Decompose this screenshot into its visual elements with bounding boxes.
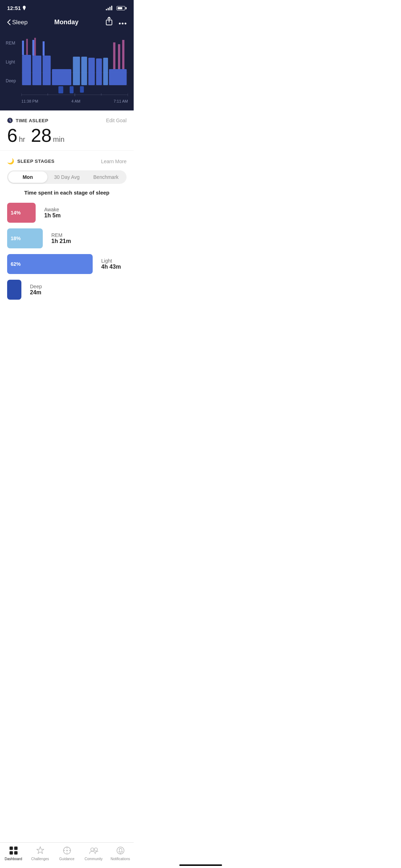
chart-time-labels: 11:38 PM 4 AM 7:11 AM: [21, 99, 128, 103]
svg-point-3: [122, 23, 124, 25]
rem-label: REM: [6, 41, 16, 46]
deep-time: 24m: [30, 289, 42, 296]
more-icon: [119, 22, 127, 25]
sleep-stages-label: SLEEP STAGES: [17, 159, 55, 164]
svg-rect-15: [80, 86, 84, 93]
light-time: 4h 43m: [101, 264, 121, 270]
status-bar: 12:51: [0, 0, 134, 14]
chart-start-time: 11:38 PM: [21, 99, 38, 103]
awake-info: Awake 1h 5m: [44, 207, 61, 219]
svg-rect-7: [22, 55, 31, 85]
learn-more-button[interactable]: Learn More: [101, 159, 127, 164]
time-asleep-section: TIME ASLEEP Edit Goal 6 hr 28 min: [0, 110, 134, 151]
sleep-chart-svg: [21, 33, 128, 98]
clock-icon: [7, 118, 13, 123]
moon-icon: 🌙: [7, 158, 15, 165]
minutes-value: 28: [31, 126, 52, 145]
stages-subtitle: Time spent in each stage of sleep: [7, 190, 127, 196]
svg-rect-13: [73, 57, 80, 85]
tab-30day[interactable]: 30 Day Avg: [47, 171, 87, 183]
rem-time: 1h 21m: [51, 238, 71, 244]
svg-rect-19: [109, 69, 127, 85]
status-indicators: [106, 6, 127, 10]
time-asleep-label: TIME ASLEEP: [16, 118, 48, 123]
rem-bar: 18%: [7, 228, 43, 248]
svg-rect-17: [96, 58, 102, 85]
share-button[interactable]: [105, 17, 113, 28]
light-percentage: 62%: [11, 261, 21, 267]
back-label: Sleep: [12, 19, 27, 26]
rem-stage-row: 18% REM 1h 21m: [7, 228, 127, 248]
back-chevron-icon: [7, 19, 11, 25]
awake-name: Awake: [44, 207, 61, 212]
svg-rect-14: [81, 57, 87, 85]
light-label: Light: [6, 60, 16, 64]
rem-name: REM: [51, 232, 71, 238]
svg-point-4: [125, 23, 127, 25]
light-name: Light: [101, 258, 121, 264]
awake-time: 1h 5m: [44, 212, 61, 219]
nav-actions: [105, 17, 127, 28]
rem-percentage: 18%: [11, 236, 21, 241]
svg-rect-8: [32, 56, 41, 85]
battery-icon: [117, 6, 127, 10]
sleep-chart: REM Light Deep: [0, 33, 134, 110]
signal-icon: [106, 6, 112, 10]
hours-unit: hr: [19, 135, 25, 144]
deep-label: Deep: [6, 78, 16, 83]
rem-info: REM 1h 21m: [51, 232, 71, 244]
nav-header: Sleep Monday: [0, 14, 134, 33]
stage-labels: REM Light Deep: [6, 33, 16, 91]
tab-mon[interactable]: Mon: [8, 171, 47, 183]
light-info: Light 4h 43m: [101, 258, 121, 270]
deep-name: Deep: [30, 284, 42, 289]
svg-rect-11: [58, 86, 63, 93]
svg-rect-16: [88, 58, 95, 85]
svg-point-2: [119, 23, 121, 25]
deep-bar: [7, 280, 21, 300]
minutes-unit: min: [53, 135, 65, 144]
svg-rect-18: [103, 58, 108, 85]
svg-rect-12: [70, 86, 73, 93]
sleep-stages-title: 🌙 SLEEP STAGES: [7, 158, 55, 165]
light-bar: 62%: [7, 254, 93, 274]
sleep-stages-header: 🌙 SLEEP STAGES Learn More: [7, 158, 127, 165]
svg-rect-10: [52, 69, 71, 85]
chart-end-time: 7:11 AM: [114, 99, 128, 103]
svg-rect-9: [43, 56, 51, 85]
deep-info: Deep 24m: [30, 284, 42, 296]
deep-stage-row: Deep 24m: [7, 280, 127, 300]
time-asleep-header: TIME ASLEEP Edit Goal: [7, 118, 127, 123]
light-stage-row: 62% Light 4h 43m: [7, 254, 127, 274]
location-icon: [22, 6, 26, 11]
awake-bar: 14%: [7, 203, 36, 223]
share-icon: [105, 17, 113, 26]
time-display: 6 hr 28 min: [7, 126, 127, 145]
page-content: TIME ASLEEP Edit Goal 6 hr 28 min 🌙 SLEE…: [0, 110, 134, 343]
edit-goal-button[interactable]: Edit Goal: [106, 118, 127, 123]
tab-benchmark[interactable]: Benchmark: [86, 171, 125, 183]
tab-switcher: Mon 30 Day Avg Benchmark: [7, 170, 127, 184]
more-button[interactable]: [119, 18, 127, 26]
sleep-stages-section: 🌙 SLEEP STAGES Learn More Mon 30 Day Avg…: [0, 151, 134, 311]
awake-percentage: 14%: [11, 210, 21, 216]
awake-stage-row: 14% Awake 1h 5m: [7, 203, 127, 223]
page-title: Monday: [54, 19, 78, 26]
chart-area: [21, 33, 128, 98]
time-asleep-title: TIME ASLEEP: [7, 118, 48, 123]
back-button[interactable]: Sleep: [7, 19, 27, 26]
status-time: 12:51: [7, 5, 21, 11]
hours-value: 6: [7, 126, 17, 145]
chart-mid-time: 4 AM: [71, 99, 80, 103]
